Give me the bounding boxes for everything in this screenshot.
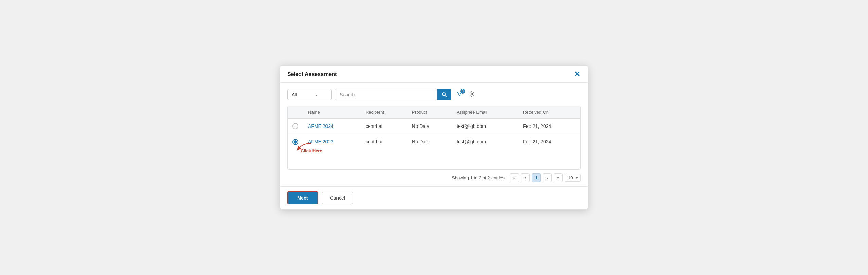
row-assignee-email-cell: test@lgb.com bbox=[452, 119, 518, 134]
svg-point-2 bbox=[471, 93, 473, 95]
row-product-cell: No Data bbox=[407, 119, 452, 134]
annotation-wrapper: Click Here bbox=[292, 139, 298, 145]
assessment-name-link[interactable]: AFME 2024 bbox=[308, 123, 333, 129]
next-button[interactable]: Next bbox=[287, 191, 318, 204]
col-received-on: Received On bbox=[518, 106, 580, 119]
toolbar: All ⌄ 0 bbox=[287, 89, 581, 100]
modal-title: Select Assessment bbox=[287, 71, 337, 77]
close-button[interactable]: ✕ bbox=[573, 71, 581, 78]
per-page-select[interactable]: 10 25 50 bbox=[565, 174, 581, 182]
select-assessment-modal: Select Assessment ✕ All ⌄ bbox=[280, 65, 588, 210]
radio-button-selected[interactable] bbox=[292, 139, 298, 145]
row-received-on-cell: Feb 21, 2024 bbox=[518, 134, 580, 150]
row-name-cell: AFME 2024 bbox=[303, 119, 361, 134]
col-assignee-email: Assignee Email bbox=[452, 106, 518, 119]
search-input[interactable] bbox=[335, 89, 437, 100]
col-name: Name bbox=[303, 106, 361, 119]
assessment-table: Name Recipient Product Assignee Email Re… bbox=[287, 106, 581, 170]
table-row[interactable]: AFME 2024 centrl.ai No Data test@lgb.com… bbox=[288, 119, 580, 134]
next-page-button[interactable]: › bbox=[543, 173, 552, 182]
table-row[interactable]: Click Here AFME 2023 centrl.ai No Data t… bbox=[288, 134, 580, 150]
row-name-cell: AFME 2023 bbox=[303, 134, 361, 150]
search-icon bbox=[442, 92, 447, 97]
modal-body: All ⌄ 0 bbox=[280, 83, 588, 186]
search-wrapper bbox=[335, 89, 451, 100]
row-radio-cell[interactable]: Click Here bbox=[288, 134, 303, 150]
current-page-button[interactable]: 1 bbox=[532, 173, 541, 182]
col-recipient: Recipient bbox=[361, 106, 407, 119]
settings-button[interactable] bbox=[467, 90, 476, 99]
col-select bbox=[288, 106, 303, 119]
filter-dropdown[interactable]: All ⌄ bbox=[287, 89, 332, 100]
row-received-on-cell: Feb 21, 2024 bbox=[518, 119, 580, 134]
modal-footer: Next Cancel bbox=[280, 186, 588, 209]
filter-badge: 0 bbox=[460, 89, 465, 94]
last-page-button[interactable]: » bbox=[554, 173, 563, 182]
col-product: Product bbox=[407, 106, 452, 119]
filter-value: All bbox=[292, 92, 304, 97]
prev-page-button[interactable]: ‹ bbox=[521, 173, 530, 182]
radio-button[interactable] bbox=[292, 123, 298, 129]
svg-line-1 bbox=[445, 95, 446, 97]
pagination-info: Showing 1 to 2 of 2 entries bbox=[452, 175, 505, 180]
cancel-button[interactable]: Cancel bbox=[322, 192, 353, 204]
row-radio-cell[interactable] bbox=[288, 119, 303, 134]
first-page-button[interactable]: « bbox=[510, 173, 519, 182]
chevron-down-icon: ⌄ bbox=[315, 92, 327, 97]
table-header-row: Name Recipient Product Assignee Email Re… bbox=[288, 106, 580, 119]
search-button[interactable] bbox=[437, 89, 451, 100]
row-product-cell: No Data bbox=[407, 134, 452, 150]
pagination: Showing 1 to 2 of 2 entries « ‹ 1 › » 10… bbox=[287, 170, 581, 183]
row-recipient-cell: centrl.ai bbox=[361, 134, 407, 150]
modal-header: Select Assessment ✕ bbox=[280, 66, 588, 83]
assessment-name-link[interactable]: AFME 2023 bbox=[308, 139, 333, 144]
filter-button[interactable]: 0 bbox=[455, 90, 464, 99]
row-recipient-cell: centrl.ai bbox=[361, 119, 407, 134]
row-assignee-email-cell: test@lgb.com bbox=[452, 134, 518, 150]
gear-icon bbox=[469, 91, 475, 97]
